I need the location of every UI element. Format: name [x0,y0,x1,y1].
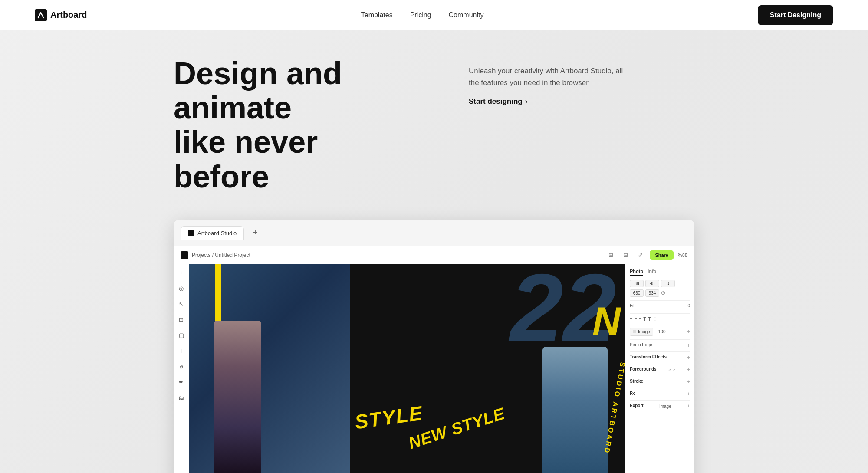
style-text: STYLE [353,401,424,434]
logo[interactable]: Artboard [35,9,87,21]
logo-icon [35,9,47,21]
divider-4 [630,339,690,340]
layout-icon[interactable]: ⊟ [620,250,631,260]
app-bar-right: ⊞ ⊟ ⤢ Share %88 [605,250,687,260]
app-screenshot: Artboard Studio + Projects / Untitled Pr… [174,220,694,473]
hero-cta-label: Start designing [469,97,523,106]
hero-subtitle: Unleash your creativity with Artboard St… [469,65,625,89]
right-panel: Photo Info 38 45 0 630 934 ⊙ [625,264,694,473]
align-row: ≡ ≡ ≡ T T ⋮ [630,316,690,322]
share-button[interactable]: Share [650,250,674,260]
start-designing-button[interactable]: Start Designing [758,5,833,25]
photo-tab[interactable]: Photo [630,269,643,276]
divider-8 [630,388,690,388]
image-label: Image [638,329,650,334]
logo-text: Artboard [50,10,87,20]
size-row: 630 934 ⊙ [630,289,690,297]
divider-3 [630,325,690,325]
divider-7 [630,376,690,376]
hero-section: Design and animate like never before Unl… [0,30,868,473]
fashion-figure-left [214,321,261,473]
export-row: Export Image + [630,403,690,410]
fx-expand[interactable]: + [687,391,690,397]
panel-tabs: Photo Info [630,269,690,276]
hero-right: Unleash your creativity with Artboard St… [469,56,625,106]
divider-9 [630,400,690,401]
nav-templates[interactable]: Templates [361,11,393,19]
image-opacity[interactable]: 100 [658,329,666,334]
align-justify-icon[interactable]: T [643,316,646,322]
align-right-icon[interactable]: ≡ [639,316,641,322]
align-center-icon[interactable]: ≡ [634,316,637,322]
design-right-panel: 22 STYLE NEW STYLE STUDIO ARTBOARD N [350,264,625,473]
browser-tab-label: Artboard Studio [197,230,237,236]
hero-cta-link[interactable]: Start designing › [469,97,625,106]
stroke-row: Stroke + [630,379,690,385]
export-type: Image [659,404,671,409]
pen-tool[interactable]: ✒ [177,378,186,387]
fashion-figure-right [542,347,608,473]
pos-x-input[interactable]: 38 [630,280,644,287]
n-letter: N [592,299,621,344]
canvas-area[interactable]: 22 STYLE NEW STYLE STUDIO ARTBOARD N [189,264,625,473]
image-badge[interactable]: Image [630,328,653,336]
divider-2 [630,313,690,314]
text-style-icon[interactable]: T [648,316,651,322]
pin-edge-expand[interactable]: + [687,342,690,348]
section-expand-icon[interactable]: + [687,328,690,335]
hero-top: Design and animate like never before Unl… [174,56,694,194]
export-expand[interactable]: + [687,403,690,409]
align-left-icon[interactable]: ≡ [630,316,632,322]
nav-pricing[interactable]: Pricing [410,11,431,19]
text-tool[interactable]: T [177,347,186,355]
pos-y-input[interactable]: 45 [645,280,659,287]
app-bar: Projects / Untitled Project ˅ ⊞ ⊟ ⤢ Shar… [174,246,694,264]
pin-edge-label: Pin to Edge [630,342,652,347]
transform-expand[interactable]: + [687,355,690,361]
nav-links: Templates Pricing Community [361,11,484,19]
divider-1 [630,300,690,301]
fx-row: Fx + [630,391,690,397]
height-input[interactable]: 934 [645,289,659,297]
transform-row: Transform Effects + [630,355,690,361]
divider-6 [630,364,690,364]
image-badge-icon [633,330,636,333]
app-layout: + ◎ ↖ ⊡ ▢ T ⌀ ✒ 🗂 [174,264,694,473]
expand-icon[interactable]: ⤢ [635,250,645,260]
navbar: Artboard Templates Pricing Community Sta… [0,0,868,30]
foregrounds-expand[interactable]: + [687,367,690,373]
shape-tool[interactable]: ◎ [177,284,186,293]
stroke-expand[interactable]: + [687,379,690,385]
folder-tool[interactable]: 🗂 [177,394,186,402]
hero-cta-arrow: › [525,97,528,106]
stroke-label: Stroke [630,379,643,384]
info-tab[interactable]: Info [648,269,656,276]
brush-tool[interactable]: ⌀ [177,362,186,371]
fx-label: Fx [630,391,635,396]
pos-z-input[interactable]: 0 [661,280,675,287]
pin-edge-row: Pin to Edge + [630,342,690,349]
browser-chrome: Artboard Studio + [174,220,694,246]
frame-tool[interactable]: ⊡ [177,315,186,324]
zoom-badge: %88 [678,253,687,258]
breadcrumb: Projects / Untitled Project ˅ [192,252,254,258]
app-bar-left: Projects / Untitled Project ˅ [181,251,254,259]
fill-row: Fill 0 [630,303,690,310]
browser-tab[interactable]: Artboard Studio [181,226,244,240]
tab-app-icon [188,230,194,236]
add-tool[interactable]: + [177,269,186,277]
design-preview: 22 STYLE NEW STYLE STUDIO ARTBOARD N [189,264,625,473]
text-options-icon[interactable]: ⋮ [653,316,658,322]
link-icon[interactable]: ⊙ [661,290,665,296]
cursor-tool[interactable]: ↖ [177,300,186,309]
hero-title: Design and animate like never before [174,56,417,194]
grid-icon[interactable]: ⊞ [605,250,616,260]
foregrounds-label: Foregrounds [630,367,657,371]
divider-5 [630,351,690,352]
transform-label: Transform Effects [630,355,667,359]
browser-window: Artboard Studio + Projects / Untitled Pr… [174,220,694,473]
nav-community[interactable]: Community [449,11,484,19]
new-tab-button[interactable]: + [249,227,261,239]
search-tool[interactable]: ▢ [177,331,186,340]
width-input[interactable]: 630 [630,289,644,297]
